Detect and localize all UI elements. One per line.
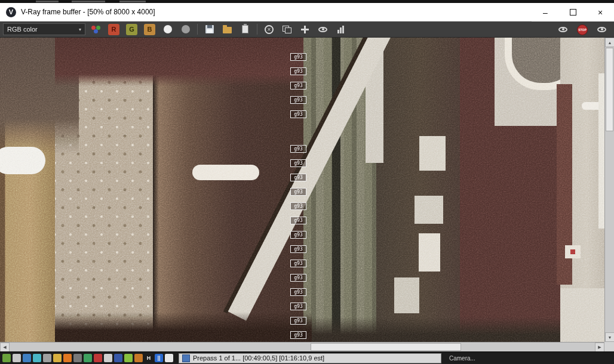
taskbar-icon[interactable] bbox=[165, 354, 173, 362]
render-wall-socket bbox=[565, 245, 581, 258]
taskbar-icon[interactable]: H bbox=[145, 354, 153, 362]
render-shelf-item bbox=[394, 277, 419, 313]
prepass-g93-label: g93 bbox=[290, 145, 306, 153]
duplicate-buffer-button[interactable] bbox=[280, 23, 294, 36]
channel-dropdown-value: RGB color bbox=[7, 26, 38, 33]
prepass-g93-label: g93 bbox=[290, 96, 306, 104]
title-bar[interactable]: V V-Ray frame buffer - [50% of 8000 x 40… bbox=[0, 3, 614, 21]
render-shelf-unit bbox=[376, 38, 463, 342]
toolbar-separator bbox=[197, 24, 198, 35]
prepass-g93-label: g93 bbox=[290, 82, 306, 90]
prepass-g93-label: g93 bbox=[290, 260, 306, 267]
rgb-channels-button[interactable] bbox=[88, 23, 103, 36]
save-image-button[interactable] bbox=[202, 23, 217, 36]
prepass-g93-label: g93 bbox=[290, 274, 306, 282]
region-render-button[interactable] bbox=[315, 23, 330, 36]
horizontal-scrollbar[interactable]: ◀ ▶ bbox=[0, 342, 604, 351]
taskbar-icon[interactable] bbox=[84, 354, 92, 362]
taskbar-icon[interactable] bbox=[33, 354, 41, 362]
taskbar-icon[interactable] bbox=[124, 354, 133, 362]
eye-icon bbox=[318, 27, 327, 32]
render-bottomright-wall bbox=[560, 288, 604, 342]
taskbar-icon[interactable] bbox=[13, 354, 21, 362]
status-taskbar: H|| Prepass 1 of 1... [00:49:00,5] [01:1… bbox=[0, 351, 614, 364]
cross-arrows-icon bbox=[301, 26, 309, 33]
taskbar-icon[interactable] bbox=[53, 354, 62, 362]
scroll-right-button[interactable]: ▶ bbox=[595, 343, 604, 352]
channel-dropdown[interactable]: RGB color ▾ bbox=[3, 23, 85, 35]
taskbar-icon[interactable] bbox=[94, 354, 102, 362]
taskbar-icon[interactable] bbox=[2, 354, 11, 362]
folder-icon bbox=[223, 27, 232, 33]
taskbar-icon[interactable] bbox=[134, 354, 143, 362]
prepass-g93-label: g93 bbox=[290, 174, 306, 181]
toolbar-right-group: STOP bbox=[555, 23, 609, 36]
chevron-down-icon: ▾ bbox=[79, 27, 81, 32]
alpha-channel-button[interactable] bbox=[160, 23, 175, 36]
render-bright-sliver bbox=[598, 73, 604, 229]
gray-circle-icon bbox=[182, 25, 190, 33]
monochrome-button[interactable] bbox=[178, 23, 193, 36]
taskbar-icon[interactable] bbox=[23, 354, 31, 362]
scroll-up-button[interactable]: ▲ bbox=[605, 38, 614, 47]
prepass-g93-label: g93 bbox=[290, 217, 306, 224]
prepass-g93-label: g93 bbox=[290, 245, 306, 253]
vertical-scroll-thumb[interactable] bbox=[606, 48, 613, 131]
red-channel-button[interactable]: R bbox=[106, 23, 121, 36]
load-image-button[interactable] bbox=[220, 23, 235, 36]
vray-frame-buffer-window: V V-Ray frame buffer - [50% of 8000 x 40… bbox=[0, 0, 614, 364]
copy-clipboard-button[interactable] bbox=[238, 23, 253, 36]
vertical-scrollbar[interactable]: ▲ ▼ bbox=[604, 38, 614, 342]
white-circle-icon bbox=[164, 25, 172, 33]
scroll-left-button[interactable]: ◀ bbox=[0, 343, 10, 352]
taskbar-icon[interactable] bbox=[63, 354, 72, 362]
show-corrections-button[interactable] bbox=[594, 23, 609, 36]
lens-effects-button[interactable] bbox=[555, 23, 570, 36]
scroll-down-button[interactable]: ▼ bbox=[605, 332, 614, 342]
taskbar-icon[interactable] bbox=[43, 354, 51, 362]
stop-render-button[interactable]: STOP bbox=[577, 24, 588, 35]
histogram-icon bbox=[337, 26, 344, 33]
minimize-button[interactable]: – bbox=[532, 3, 559, 21]
prepass-label-column: g93g93g93g93g93g93g93g93g93g93g93g93g93g… bbox=[290, 53, 306, 339]
maximize-icon bbox=[570, 9, 576, 16]
vray-logo-icon: V bbox=[6, 7, 16, 17]
prepass-g93-label: g93 bbox=[290, 159, 306, 167]
clear-image-button[interactable]: × bbox=[262, 23, 277, 36]
scrollbar-corner bbox=[604, 342, 614, 351]
green-channel-button[interactable]: G bbox=[124, 23, 139, 36]
render-highlight-capsule bbox=[192, 165, 259, 180]
blue-channel-icon: B bbox=[144, 24, 155, 35]
toolbar-separator bbox=[257, 24, 257, 35]
rgb-dots-icon bbox=[91, 25, 101, 34]
render-bottom-shadow bbox=[55, 312, 312, 342]
duplicate-windows-icon bbox=[283, 26, 291, 33]
prepass-g93-label: g93 bbox=[290, 331, 306, 339]
render-progress-button[interactable]: Prepass 1 of 1... [00:49:00,5] [01:16:10… bbox=[179, 353, 441, 363]
taskbar-icon[interactable] bbox=[73, 354, 82, 362]
render-viewport[interactable]: g93g93g93g93g93g93g93g93g93g93g93g93g93g… bbox=[0, 38, 604, 342]
taskbar-icon[interactable] bbox=[114, 354, 122, 362]
maximize-button[interactable] bbox=[559, 3, 587, 21]
taskbar-icon[interactable]: || bbox=[155, 354, 163, 362]
close-button[interactable]: × bbox=[587, 3, 614, 21]
blue-channel-button[interactable]: B bbox=[142, 23, 157, 36]
render-progress-text: Prepass 1 of 1... [00:49:00,5] [01:16:10… bbox=[193, 354, 324, 362]
prepass-g93-label: g93 bbox=[290, 188, 306, 196]
track-mouse-button[interactable] bbox=[297, 23, 312, 36]
render-shelf-item bbox=[419, 136, 446, 171]
prepass-g93-label: g93 bbox=[290, 317, 306, 325]
prepass-g93-label: g93 bbox=[290, 110, 306, 118]
window-controls: – × bbox=[532, 3, 614, 21]
prepass-g93-label: g93 bbox=[290, 288, 306, 296]
render-shelf-item bbox=[415, 196, 443, 224]
render-white-object bbox=[0, 147, 45, 174]
window-title: V-Ray frame buffer - [50% of 8000 x 4000… bbox=[21, 8, 155, 16]
camera-label: Camera... bbox=[449, 355, 475, 362]
clipboard-icon bbox=[242, 25, 248, 33]
horizontal-scroll-thumb[interactable] bbox=[311, 343, 461, 351]
red-channel-icon: R bbox=[108, 24, 119, 35]
prepass-g93-label: g93 bbox=[290, 202, 306, 210]
color-corrections-button[interactable] bbox=[333, 23, 348, 36]
taskbar-icon[interactable] bbox=[104, 354, 112, 362]
